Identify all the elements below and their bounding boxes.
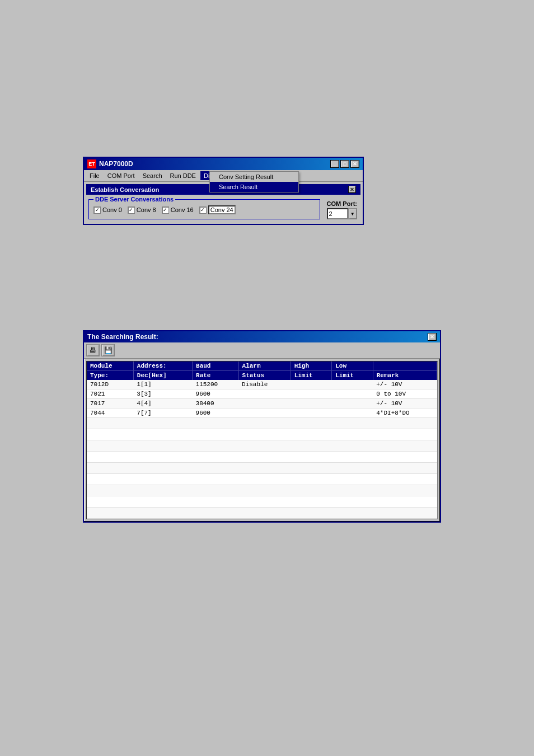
col-remark-h2: Remark xyxy=(373,371,437,381)
col-high-h1: High xyxy=(291,361,332,371)
cell-address-1: 3[3] xyxy=(133,389,192,399)
conv8-label: Conv 8 xyxy=(137,206,156,213)
search-title: The Searching Result: xyxy=(87,333,158,341)
col-low-h2: Limit xyxy=(332,371,373,381)
cell-baud-3: 9600 xyxy=(193,408,239,418)
close-button-search[interactable]: ✕ xyxy=(428,333,437,341)
col-baud-h1: Baud xyxy=(193,361,239,371)
conv24-checkbox[interactable] xyxy=(199,206,207,214)
result-table: Module Address: Baud Alarm High Low Type… xyxy=(87,361,437,519)
com-port-value: 2 xyxy=(329,210,332,217)
cell-low-3 xyxy=(332,408,373,418)
menu-search[interactable]: Search xyxy=(139,171,166,180)
cell-remark-3: 4*DI+8*DO xyxy=(373,408,437,418)
cell-address-0: 1[1] xyxy=(133,380,192,389)
menu-com-port[interactable]: COM Port xyxy=(104,171,138,180)
search-window: The Searching Result: ✕ 🖶 💾 Module Addre… xyxy=(83,330,441,523)
cell-high-2 xyxy=(291,399,332,408)
cell-low-1 xyxy=(332,389,373,399)
establish-close-button[interactable]: ✕ xyxy=(348,186,356,193)
col-alarm-h1: Alarm xyxy=(238,361,291,371)
dropdown-conv-setting-result[interactable]: Conv Setting Result xyxy=(210,172,298,182)
cell-alarm-0: Disable xyxy=(238,380,291,389)
cell-baud-1: 9600 xyxy=(193,389,239,399)
save-button[interactable]: 💾 xyxy=(101,344,115,356)
cell-module-1: 7021 xyxy=(87,389,133,399)
col-low-h1: Low xyxy=(332,361,373,371)
close-button-nap[interactable]: ✕ xyxy=(350,160,359,168)
col-high-h2: Limit xyxy=(291,371,332,381)
cell-remark-2: +/- 10V xyxy=(373,399,437,408)
table-row-empty xyxy=(87,452,437,463)
search-toolbar: 🖶 💾 xyxy=(84,342,440,359)
nap-menubar: File COM Port Search Run DDE Display Con… xyxy=(84,170,363,182)
conv0-item: Conv 0 xyxy=(93,206,122,214)
cell-module-2: 7017 xyxy=(87,399,133,408)
col-remark-h1 xyxy=(373,361,437,371)
com-port-label: COM Port: xyxy=(327,200,357,207)
menu-file[interactable]: File xyxy=(86,171,103,180)
conv24-label: Conv 24 xyxy=(208,205,236,214)
col-address-h2: Dec[Hex] xyxy=(133,371,192,381)
conv0-label: Conv 0 xyxy=(102,206,122,213)
col-alarm-h2: Status xyxy=(238,371,291,381)
table-row-empty xyxy=(87,474,437,485)
com-port-select[interactable]: 2 xyxy=(327,208,348,219)
nap-titlebar: ET NAP7000D _ □ ✕ xyxy=(84,158,363,170)
minimize-button[interactable]: _ xyxy=(330,160,339,168)
table-row: 7017 4[4] 38400 +/- 10V xyxy=(87,399,437,408)
cell-module-0: 7012D xyxy=(87,380,133,389)
cell-remark-0: +/- 10V xyxy=(373,380,437,389)
search-titlebar: The Searching Result: ✕ xyxy=(84,331,440,342)
table-row-empty xyxy=(87,496,437,508)
conv8-checkbox[interactable] xyxy=(128,206,135,214)
conv16-item: Conv 16 xyxy=(162,206,194,214)
table-row-empty xyxy=(87,440,437,452)
print-button[interactable]: 🖶 xyxy=(86,344,100,356)
conv24-item: Conv 24 xyxy=(199,205,236,214)
cell-high-3 xyxy=(291,408,332,418)
cell-high-1 xyxy=(291,389,332,399)
table-header: Module Address: Baud Alarm High Low Type… xyxy=(87,361,437,380)
table-row: 7044 7[7] 9600 4*DI+8*DO xyxy=(87,408,437,418)
conv8-item: Conv 8 xyxy=(128,206,156,214)
table-row: 7021 3[3] 9600 0 to 10V xyxy=(87,389,437,399)
table-row-empty xyxy=(87,508,437,519)
col-module-type-h1: Module xyxy=(87,361,133,371)
conv16-checkbox[interactable] xyxy=(162,206,169,214)
display-dropdown: Conv Setting Result Search Result xyxy=(209,171,299,192)
dde-group: DDE Server Conversations Conv 0 Conv 8 xyxy=(88,199,320,219)
conv16-label: Conv 16 xyxy=(171,206,194,213)
maximize-button[interactable]: □ xyxy=(340,160,349,168)
table-row-empty xyxy=(87,485,437,496)
cell-address-3: 7[7] xyxy=(133,408,192,418)
col-address-h1: Address: xyxy=(133,361,192,371)
establish-label: Establish Conversation xyxy=(91,186,159,193)
dropdown-search-result[interactable]: Search Result xyxy=(210,182,298,192)
app-icon: ET xyxy=(87,159,96,168)
cell-alarm-2 xyxy=(238,399,291,408)
col-module-type-h2: Type: xyxy=(87,371,133,381)
table-row-empty xyxy=(87,463,437,474)
cell-module-3: 7044 xyxy=(87,408,133,418)
menu-run-dde[interactable]: Run DDE xyxy=(167,171,199,180)
cell-remark-1: 0 to 10V xyxy=(373,389,437,399)
cell-low-2 xyxy=(332,399,373,408)
print-icon: 🖶 xyxy=(90,346,96,354)
com-port-dropdown-arrow[interactable]: ▼ xyxy=(348,208,357,219)
cell-low-0 xyxy=(332,380,373,389)
table-header-row1: Module Address: Baud Alarm High Low xyxy=(87,361,437,371)
dde-checkboxes-row: Conv 0 Conv 8 Conv 16 Conv 24 xyxy=(93,205,315,214)
cell-high-0 xyxy=(291,380,332,389)
com-port-section: COM Port: 2 ▼ xyxy=(327,200,357,219)
com-port-control: 2 ▼ xyxy=(327,208,357,219)
save-icon: 💾 xyxy=(104,346,113,354)
conv0-checkbox[interactable] xyxy=(93,206,101,214)
cell-baud-0: 115200 xyxy=(193,380,239,389)
table-body: 7012D 1[1] 115200 Disable +/- 10V 7021 3… xyxy=(87,380,437,519)
nap-title: NAP7000D xyxy=(99,160,133,168)
cell-alarm-1 xyxy=(238,389,291,399)
cell-address-2: 4[4] xyxy=(133,399,192,408)
nap-window: ET NAP7000D _ □ ✕ File COM Port Search R… xyxy=(83,157,364,225)
cell-alarm-3 xyxy=(238,408,291,418)
